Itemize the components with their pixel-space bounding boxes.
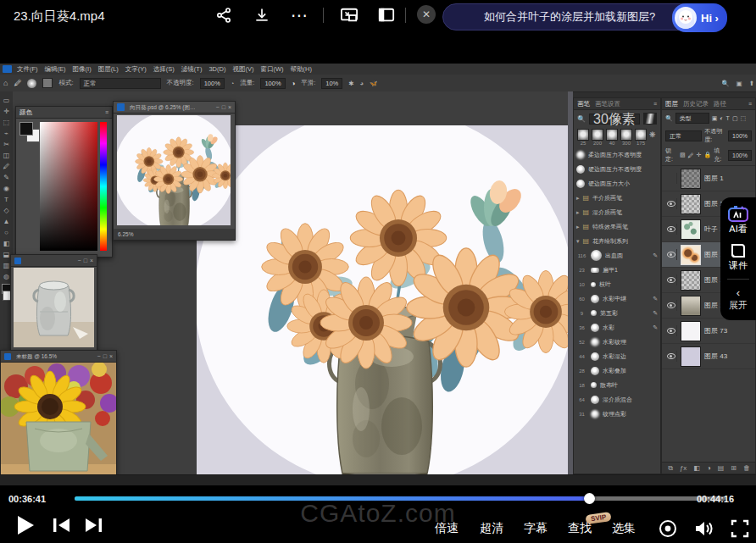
share-doc-icon[interactable]: ⬆ [749, 80, 754, 87]
menu-file[interactable]: 文件(F) [17, 64, 38, 75]
airbrush-icon[interactable]: ◑ [292, 80, 296, 87]
workspace-icon[interactable]: ▣ [737, 80, 742, 87]
brush-folder[interactable]: ▾▤花卉绘制系列 [574, 234, 660, 248]
layer-fx-icon[interactable]: ƒx [680, 464, 687, 472]
episodes-button[interactable]: 选集 [612, 521, 636, 536]
menu-help[interactable]: 帮助(H) [291, 64, 312, 75]
brush-preview-row[interactable]: 25 200 40 300 175 ❋ [574, 127, 660, 147]
hue-slider[interactable] [100, 122, 107, 251]
tab-brushes[interactable]: 画笔 [577, 100, 590, 108]
assistant-avatar-pill[interactable]: Hi › [672, 3, 727, 32]
panel-menu-icon[interactable]: ≡ [105, 109, 108, 115]
fill-value[interactable]: 100% [728, 150, 752, 161]
blend-mode-select[interactable]: 正常 [665, 130, 702, 141]
brush-item[interactable]: 31纹理点彩 [574, 407, 660, 421]
mini-doc-zoom[interactable]: 6.25% [118, 230, 133, 240]
ai-watch-button[interactable]: AI看 [728, 206, 748, 235]
opacity-value[interactable]: 100% [728, 130, 752, 141]
brush-item[interactable]: 柔边圆压力不透明度 [574, 147, 660, 162]
opacity-value[interactable]: 100% [200, 78, 225, 89]
layer-mask-icon[interactable]: ◧ [693, 464, 700, 472]
symmetry-icon[interactable]: 🦋 [370, 80, 377, 87]
filter-pixel-icon[interactable]: ▣ [712, 115, 718, 122]
volume-icon[interactable] [693, 519, 714, 538]
miniplayer-icon[interactable] [376, 5, 397, 25]
brush-item[interactable]: 18散布叶 [574, 378, 660, 392]
filter-type-icon[interactable]: T [726, 115, 730, 121]
adjustment-icon[interactable]: ◑ [707, 464, 711, 472]
pip-icon[interactable] [339, 5, 359, 25]
menu-window[interactable]: 窗口(W) [260, 64, 283, 75]
layer-row[interactable]: 图层 43 [662, 344, 755, 369]
maximize-icon[interactable]: □ [84, 258, 87, 263]
brush-item[interactable]: 硬边圆压力不透明度 [574, 162, 660, 176]
filter-shape-icon[interactable]: ▢ [732, 115, 738, 122]
menu-layer[interactable]: 图层(L) [98, 64, 119, 75]
brush-preset-icon[interactable] [27, 79, 36, 88]
brush-tool-icon[interactable]: 🖉 [14, 79, 21, 87]
pressure-opacity-icon[interactable]: ◔ [231, 80, 235, 87]
lock-all-icon[interactable]: 🔒 [703, 152, 711, 158]
close-icon[interactable]: × [228, 104, 231, 110]
layer-row[interactable]: 图层 73 [662, 319, 755, 344]
previous-episode-button[interactable] [53, 518, 70, 533]
lock-move-icon[interactable]: ✛ [697, 152, 702, 158]
next-episode-button[interactable] [85, 518, 103, 533]
flow-value[interactable]: 100% [260, 78, 285, 89]
brush-folder[interactable]: ▸▤湿介质画笔 [574, 205, 660, 219]
layer-row[interactable]: 图层 1 [662, 166, 755, 191]
brush-folder[interactable]: ▸▤干介质画笔 [574, 191, 660, 205]
mini-doc-window[interactable]: 向日葵.psd @ 6.25% (图… − □ × 6.25% [113, 101, 236, 241]
new-group-icon[interactable]: ▤ [718, 464, 725, 472]
fullscreen-icon[interactable] [731, 519, 749, 538]
lock-transparent-icon[interactable]: ▨ [680, 152, 686, 158]
brush-size-field[interactable]: 30像素 [589, 114, 640, 125]
close-icon[interactable]: ✕ [417, 5, 436, 24]
tab-layers[interactable]: 图层 [665, 100, 678, 108]
brush-item[interactable]: 9第五彩✎ [574, 306, 660, 320]
progress-handle[interactable] [584, 493, 595, 504]
search-icon[interactable]: 🔍 [721, 80, 729, 87]
quality-button[interactable]: 超清 [480, 521, 503, 536]
share-icon[interactable] [214, 5, 234, 25]
courseware-button[interactable]: 课件 [729, 242, 748, 272]
expand-button[interactable]: ‹ 展开 [729, 286, 748, 312]
menu-view[interactable]: 视图(V) [232, 64, 253, 75]
menu-filter[interactable]: 滤镜(T) [181, 64, 203, 75]
ai-question-pill[interactable]: 如何合并叶子的涂层并加载新图层? [442, 3, 697, 30]
brush-item[interactable]: 23扁平1 [574, 263, 660, 277]
link-layers-icon[interactable]: ⧉ [668, 464, 673, 473]
tab-history[interactable]: 历史记录 [683, 100, 709, 108]
close-icon[interactable]: × [109, 353, 113, 359]
menu-image[interactable]: 图像(I) [73, 64, 92, 75]
subtitles-button[interactable]: 字幕 [524, 521, 548, 536]
search-icon[interactable]: 🔍 [665, 115, 673, 122]
more-icon[interactable]: ⋯ [289, 5, 309, 25]
panel-menu-icon[interactable]: ≡ [653, 101, 657, 107]
home-icon[interactable]: ⌂ [3, 79, 8, 87]
gear-icon[interactable]: ✱ [348, 80, 353, 87]
delete-layer-icon[interactable]: 🗑 [743, 464, 750, 472]
minimize-icon[interactable]: − [78, 258, 81, 263]
menu-edit[interactable]: 编辑(E) [45, 64, 66, 75]
brush-item[interactable]: 52水彩纹理 [574, 335, 660, 349]
brush-folder[interactable]: ▸▤特殊效果画笔 [574, 219, 660, 234]
artwork-canvas[interactable] [197, 125, 570, 474]
panel-menu-icon[interactable]: ≡ [748, 101, 752, 107]
brush-item[interactable]: 硬边圆压力大小 [574, 176, 660, 191]
brush-item[interactable]: 64湿介质混合 [574, 392, 660, 407]
maximize-icon[interactable]: □ [222, 104, 225, 110]
pressure-size-icon[interactable]: ◕ [360, 80, 364, 87]
filter-kind-select[interactable]: 类型 [675, 113, 709, 124]
minimize-icon[interactable]: − [97, 353, 101, 359]
progress-track[interactable] [75, 496, 725, 501]
brush-item[interactable]: 44水彩湿边 [574, 349, 660, 363]
stroke-preview-icon[interactable] [643, 113, 657, 125]
reference-window-bouquet[interactable]: 未标题 @ 16.5% − □ × [0, 350, 117, 480]
record-ring-icon[interactable] [659, 519, 677, 538]
foreground-color-swatch[interactable] [19, 122, 33, 136]
brush-item[interactable]: 28水彩叠加 [574, 363, 660, 378]
filter-smart-icon[interactable]: ⬚ [741, 115, 747, 122]
new-layer-icon[interactable]: ⊞ [731, 464, 737, 472]
tab-paths[interactable]: 路径 [714, 100, 726, 108]
